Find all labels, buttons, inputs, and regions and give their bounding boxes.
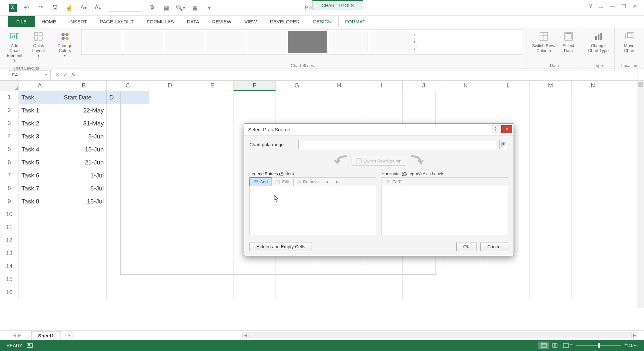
col-head-E[interactable]: E: [191, 81, 234, 91]
row-head-10[interactable]: 10: [0, 208, 19, 221]
cell-A15[interactable]: [19, 273, 61, 286]
view-normal-button[interactable]: [538, 342, 549, 349]
qat-customize-dropdown[interactable]: ▾: [206, 4, 213, 11]
cell-M5[interactable]: [530, 143, 572, 156]
cell-N6[interactable]: [572, 156, 614, 169]
cell-L16[interactable]: [487, 286, 530, 299]
cell-A8[interactable]: Task 7: [19, 182, 61, 195]
touch-mode-button[interactable]: ☝: [66, 4, 73, 11]
cell-N14[interactable]: [572, 260, 614, 273]
cell-G16[interactable]: [276, 286, 318, 299]
chart-style-5[interactable]: [247, 31, 286, 53]
cell-A6[interactable]: Task 5: [19, 156, 61, 169]
cell-N9[interactable]: [572, 195, 614, 208]
cell-B3[interactable]: 31-May: [61, 117, 107, 130]
tab-formulas[interactable]: FORMULAS: [140, 16, 180, 27]
undo-button[interactable]: ↶: [23, 4, 30, 11]
cell-B7[interactable]: 1-Jul: [61, 169, 107, 182]
cell-K14[interactable]: [445, 260, 487, 273]
cell-M13[interactable]: [530, 247, 572, 260]
col-head-D[interactable]: D: [149, 81, 191, 91]
row-head-16[interactable]: 16: [0, 286, 19, 299]
cell-F16[interactable]: [234, 286, 276, 299]
row-head-4[interactable]: 4: [0, 130, 19, 143]
font-size-inc-icon[interactable]: A▴: [94, 4, 101, 11]
view-page-break-button[interactable]: [560, 342, 571, 349]
restore-button[interactable]: ❐: [622, 3, 626, 9]
cell-L2[interactable]: [487, 104, 530, 117]
cell-I16[interactable]: [360, 286, 403, 299]
cell-N13[interactable]: [572, 247, 614, 260]
hidden-empty-cells-button[interactable]: Hidden and Empty Cells: [249, 242, 312, 251]
cell-B13[interactable]: [61, 247, 107, 260]
row-head-7[interactable]: 7: [0, 169, 19, 182]
qat-icon-1[interactable]: 🖺: [148, 4, 155, 11]
cell-A10[interactable]: [19, 208, 61, 221]
cell-A14[interactable]: [19, 260, 61, 273]
formula-input[interactable]: [80, 70, 637, 79]
row-head-3[interactable]: 3: [0, 117, 19, 130]
qat-combo[interactable]: [109, 4, 141, 12]
cell-B15[interactable]: [61, 273, 107, 286]
row-head-5[interactable]: 5: [0, 143, 19, 156]
ok-button[interactable]: OK: [456, 242, 476, 251]
col-head-M[interactable]: M: [530, 81, 572, 91]
row-head-6[interactable]: 6: [0, 156, 19, 169]
cell-N16[interactable]: [572, 286, 614, 299]
qat-icon-3[interactable]: 🔍▾: [177, 4, 184, 11]
cell-K2[interactable]: [445, 104, 487, 117]
add-series-button[interactable]: Add: [249, 177, 272, 186]
col-head-K[interactable]: K: [445, 81, 487, 91]
col-head-J[interactable]: J: [403, 81, 445, 91]
row-head-1[interactable]: 1: [0, 91, 19, 104]
macro-record-icon[interactable]: [27, 343, 33, 348]
cancel-entry-icon[interactable]: ✕: [55, 72, 60, 78]
legend-series-listbox[interactable]: [249, 186, 376, 235]
cell-C16[interactable]: [107, 286, 149, 299]
cell-B5[interactable]: 15-Jun: [61, 143, 107, 156]
name-box-dropdown-icon[interactable]: ▼: [45, 73, 48, 76]
cell-A4[interactable]: Task 3: [19, 130, 61, 143]
cell-M16[interactable]: [530, 286, 572, 299]
cell-B12[interactable]: [61, 234, 107, 247]
cell-N12[interactable]: [572, 234, 614, 247]
cell-A13[interactable]: [19, 247, 61, 260]
cell-M15[interactable]: [530, 273, 572, 286]
cell-B10[interactable]: [61, 208, 107, 221]
cell-K16[interactable]: [445, 286, 487, 299]
cell-K1[interactable]: [445, 91, 487, 104]
row-head-8[interactable]: 8: [0, 182, 19, 195]
cell-M11[interactable]: [530, 221, 572, 234]
chart-style-7[interactable]: [329, 31, 368, 53]
cell-M8[interactable]: [530, 182, 572, 195]
tab-home[interactable]: HOME: [35, 16, 63, 27]
qat-icon-4[interactable]: ▦: [191, 4, 198, 11]
chart-style-1[interactable]: [83, 31, 122, 53]
cell-G15[interactable]: [276, 273, 318, 286]
cell-A3[interactable]: Task 2: [19, 117, 61, 130]
name-box[interactable]: F4▼: [9, 70, 51, 79]
file-tab[interactable]: FILE: [8, 16, 35, 27]
cell-N8[interactable]: [572, 182, 614, 195]
accept-entry-icon[interactable]: ✓: [63, 72, 68, 78]
cell-J15[interactable]: [403, 273, 445, 286]
cell-N1[interactable]: [572, 91, 614, 104]
close-window-button[interactable]: ✕: [633, 3, 637, 9]
cell-E16[interactable]: [191, 286, 234, 299]
dialog-help-button[interactable]: ?: [491, 125, 500, 133]
cell-N5[interactable]: [572, 143, 614, 156]
cell-B9[interactable]: 15-Jul: [61, 195, 107, 208]
quick-layout-button[interactable]: Quick Layout ▾: [29, 29, 48, 64]
gallery-up-icon[interactable]: ▲: [411, 31, 418, 38]
hscroll-left-icon[interactable]: ◀: [243, 333, 248, 338]
qat-icon-2[interactable]: ▦: [163, 4, 170, 11]
cell-M9[interactable]: [530, 195, 572, 208]
row-head-14[interactable]: 14: [0, 260, 19, 273]
cell-M3[interactable]: [530, 117, 572, 130]
cell-B2[interactable]: 22-May: [61, 104, 107, 117]
col-head-G[interactable]: G: [276, 81, 318, 91]
new-sheet-button[interactable]: ＋: [65, 332, 73, 339]
tab-view[interactable]: VIEW: [238, 16, 263, 27]
cell-B14[interactable]: [61, 260, 107, 273]
row-head-9[interactable]: 9: [0, 195, 19, 208]
